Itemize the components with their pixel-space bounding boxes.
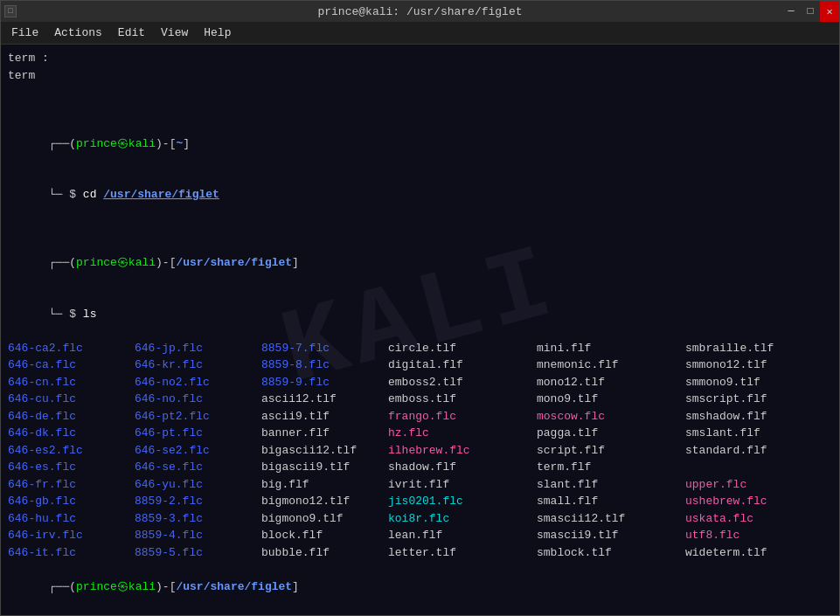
file-bigascii12-tlf: bigascii12.tlf bbox=[261, 442, 388, 460]
file-emboss-tlf: emboss.tlf bbox=[388, 391, 537, 408]
prompt-2: ┌──(prince㉿kali)-[/usr/share/figlet] bbox=[8, 238, 832, 289]
file-646-it-flc: 646-it.flc bbox=[8, 544, 135, 562]
file-646-no2-flc: 646-no2.flc bbox=[135, 374, 261, 391]
file-ivrit-flf: ivrit.flf bbox=[388, 476, 537, 494]
menu-help[interactable]: Help bbox=[197, 24, 238, 41]
file-646-es2-flc: 646-es2.flc bbox=[8, 442, 135, 460]
file-8859-4-flc: 8859-4.flc bbox=[135, 527, 261, 544]
file-frango-flc: frango.flc bbox=[388, 408, 537, 426]
file-smscript-flf: smscript.flf bbox=[685, 391, 839, 408]
file-646-cu-flc: 646-cu.flc bbox=[8, 391, 135, 408]
file-smascii9-tlf: smascii9.tlf bbox=[537, 527, 685, 544]
file-ascii12-tlf: ascii12.tlf bbox=[261, 391, 388, 408]
file-8859-9-flc: 8859-9.flc bbox=[261, 374, 388, 391]
titlebar: □ prince@kali: /usr/share/figlet — □ ✕ bbox=[1, 1, 839, 22]
minimize-button[interactable]: — bbox=[781, 1, 801, 22]
file-smblock-tlf: smblock.tlf bbox=[537, 544, 685, 562]
file-646-irv-flc: 646-irv.flc bbox=[8, 527, 135, 544]
file-646-se-flc: 646-se.flc bbox=[135, 459, 261, 476]
file-lean-flf: lean.flf bbox=[388, 527, 537, 544]
window-title: prince@kali: /usr/share/figlet bbox=[317, 5, 522, 18]
file-8859-2-flc: 8859-2.flc bbox=[135, 493, 261, 510]
file-smascii12-tlf: smascii12.tlf bbox=[537, 510, 685, 528]
prompt-1: ┌──(prince㉿kali)-[~] bbox=[8, 118, 832, 170]
file-646-pt2-flc: 646-pt2.flc bbox=[135, 408, 261, 426]
file-646-de-flc: 646-de.flc bbox=[8, 408, 135, 426]
file-ushebrew-flc: ushebrew.flc bbox=[685, 493, 839, 510]
file-646-es-flc: 646-es.flc bbox=[8, 459, 135, 476]
file-emboss2-tlf: emboss2.tlf bbox=[388, 374, 537, 391]
prompt-3: ┌──(prince㉿kali)-[/usr/share/figlet] bbox=[8, 561, 832, 613]
file-smbraille-tlf: smbraille.tlf bbox=[685, 340, 839, 357]
file-646-ca2-flc: 646-ca2.flc bbox=[8, 340, 135, 357]
file-646-se2-flc: 646-se2.flc bbox=[135, 442, 261, 460]
prompt-2-cmd: └─ $ ls bbox=[8, 288, 832, 340]
output-line-2: term bbox=[8, 67, 832, 85]
file-smmono9-tlf: smmono9.tlf bbox=[685, 374, 839, 391]
menu-edit[interactable]: Edit bbox=[111, 24, 152, 41]
file-circle-tlf: circle.tlf bbox=[388, 340, 537, 357]
file-digital-flf: digital.flf bbox=[388, 356, 537, 374]
blank-2 bbox=[8, 101, 832, 119]
window-icon: □ bbox=[4, 5, 17, 17]
file-ilhebrew-flc: ilhebrew.flc bbox=[388, 442, 537, 460]
file-small-flf: small.flf bbox=[537, 493, 685, 510]
file-646-cn-flc: 646-cn.flc bbox=[8, 374, 135, 391]
file-mnemonic-flf: mnemonic.flf bbox=[537, 356, 685, 374]
file-script-flf: script.flf bbox=[537, 442, 685, 460]
file-646-gb-flc: 646-gb.flc bbox=[8, 493, 135, 510]
window-action-buttons[interactable]: — □ ✕ bbox=[781, 1, 839, 22]
file-8859-5-flc: 8859-5.flc bbox=[135, 544, 261, 562]
prompt-3-cmd: └─ $ bbox=[8, 613, 832, 616]
menu-file[interactable]: File bbox=[4, 24, 45, 41]
file-koi8r-flc: koi8r.flc bbox=[388, 510, 537, 528]
menu-actions[interactable]: Actions bbox=[47, 24, 109, 41]
file-8859-3-flc: 8859-3.flc bbox=[135, 510, 261, 528]
blank-3 bbox=[8, 220, 832, 238]
output-line-1: term : bbox=[8, 50, 832, 67]
file-smslant-flf: smslant.flf bbox=[685, 425, 839, 442]
menu-view[interactable]: View bbox=[154, 24, 195, 41]
file-hz-flc: hz.flc bbox=[388, 425, 537, 442]
file-mono12-tlf: mono12.tlf bbox=[537, 374, 685, 391]
file-jis0201-flc: jis0201.flc bbox=[388, 493, 537, 510]
terminal-window: □ prince@kali: /usr/share/figlet — □ ✕ F… bbox=[0, 0, 840, 616]
window-controls[interactable]: □ bbox=[4, 5, 17, 17]
close-button[interactable]: ✕ bbox=[820, 1, 839, 22]
empty-8-6 bbox=[685, 459, 839, 476]
file-bigascii9-tlf: bigascii9.tlf bbox=[261, 459, 388, 476]
ls-output: 646-ca2.flc 646-jp.flc 8859-7.flc circle… bbox=[8, 340, 832, 562]
file-8859-7-flc: 8859-7.flc bbox=[261, 340, 388, 357]
blank-1 bbox=[8, 84, 832, 101]
file-wideterm-tlf: wideterm.tlf bbox=[685, 544, 839, 562]
file-smmono12-tlf: smmono12.tlf bbox=[685, 356, 839, 374]
file-big-flf: big.flf bbox=[261, 476, 388, 494]
terminal-body[interactable]: term : term ┌──(prince㉿kali)-[~] └─ $ cd… bbox=[1, 45, 839, 615]
file-block-flf: block.flf bbox=[261, 527, 388, 544]
file-bigmono9-tlf: bigmono9.tlf bbox=[261, 510, 388, 528]
file-upper-flc: upper.flc bbox=[685, 476, 839, 494]
file-646-hu-flc: 646-hu.flc bbox=[8, 510, 135, 528]
file-mono9-tlf: mono9.tlf bbox=[537, 391, 685, 408]
file-646-dk-flc: 646-dk.flc bbox=[8, 425, 135, 442]
file-mini-flf: mini.flf bbox=[537, 340, 685, 357]
prompt-1-cmd: └─ $ cd /usr/share/figlet bbox=[8, 170, 832, 221]
file-smshadow-flf: smshadow.flf bbox=[685, 408, 839, 426]
file-646-jp-flc: 646-jp.flc bbox=[135, 340, 261, 357]
menubar: File Actions Edit View Help bbox=[1, 22, 839, 45]
file-646-kr-flc: 646-kr.flc bbox=[135, 356, 261, 374]
file-bigmono12-tlf: bigmono12.tlf bbox=[261, 493, 388, 510]
file-shadow-flf: shadow.flf bbox=[388, 459, 537, 476]
file-standard-flf: standard.flf bbox=[685, 442, 839, 460]
file-646-fr-flc: 646-fr.flc bbox=[8, 476, 135, 494]
file-moscow-flc: moscow.flc bbox=[537, 408, 685, 426]
file-646-pt-flc: 646-pt.flc bbox=[135, 425, 261, 442]
file-slant-flf: slant.flf bbox=[537, 476, 685, 494]
file-bubble-flf: bubble.flf bbox=[261, 544, 388, 562]
maximize-button[interactable]: □ bbox=[801, 1, 820, 22]
file-646-yu-flc: 646-yu.flc bbox=[135, 476, 261, 494]
file-term-flf: term.flf bbox=[537, 459, 685, 476]
file-646-ca-flc: 646-ca.flc bbox=[8, 356, 135, 374]
file-letter-tlf: letter.tlf bbox=[388, 544, 537, 562]
file-banner-flf: banner.flf bbox=[261, 425, 388, 442]
